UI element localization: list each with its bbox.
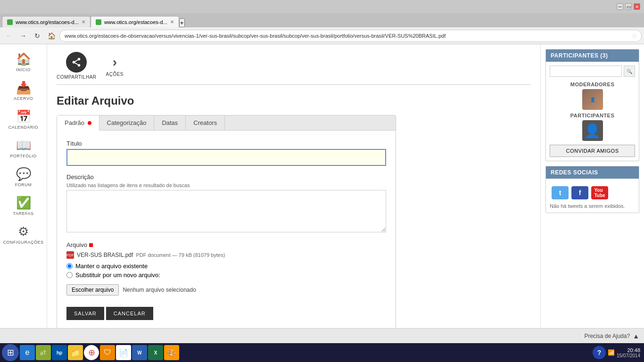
bookmark-star-icon[interactable]: ☆ <box>631 32 641 40</box>
share-icon <box>66 52 87 73</box>
forum-icon: 💬 <box>16 167 31 181</box>
descricao-textarea[interactable] <box>66 190 386 232</box>
tab-close-1[interactable]: ✕ <box>82 19 85 25</box>
sidebar-item-label-calendario: CALENDÁRIO <box>8 125 39 130</box>
radio-substituir-label: Substituir por um novo arquivo: <box>75 272 160 279</box>
ie-icon[interactable]: e <box>20 345 35 360</box>
radio-manter-input[interactable] <box>66 263 73 269</box>
tab-categorizacao[interactable]: Categorização <box>99 115 155 130</box>
svg-point-1 <box>73 61 75 64</box>
arquivo-required-icon <box>89 243 93 247</box>
sidebar-item-configuracoes[interactable]: ⚙ CONFIGURAÇÕES <box>2 221 45 248</box>
no-tweets-label: Não há tweets a serem exibidos. <box>550 203 635 209</box>
panel-search-btn[interactable]: 🔍 <box>624 66 635 77</box>
tab-creators-label: Creators <box>193 119 217 126</box>
taskbar-date: 15/07/2014 <box>617 353 640 358</box>
paint-icon[interactable]: 🎨 <box>164 345 179 360</box>
help-collapse-icon[interactable]: ▲ <box>633 332 639 340</box>
chevron-right-icon: › <box>113 55 117 70</box>
excel-icon[interactable]: X <box>148 345 163 360</box>
arquivo-file-info: PDF VER-SUS BRASIL.pdf PDF document — 79… <box>66 251 386 259</box>
titulo-input[interactable] <box>66 149 386 166</box>
tab-categorizacao-label: Categorização <box>107 119 147 126</box>
moderadores-title: MODERADORES <box>550 82 635 87</box>
help-bar: Precisa de Ajuda? ▲ <box>0 328 644 343</box>
convidar-amigos-btn[interactable]: CONVIDAR AMIGOS <box>550 145 635 157</box>
sidebar-item-portfolio[interactable]: 📖 PORTFÓLIO <box>2 134 45 162</box>
forward-btn[interactable]: → <box>17 30 29 42</box>
radio-manter-label: Manter o arquivo existente <box>75 263 148 270</box>
redes-sociais-section: REDES SOCIAIS t f YouTube Não há tweets … <box>545 166 639 213</box>
choose-file-btn[interactable]: Escolher arquivo <box>66 284 119 296</box>
sidebar-item-label-portfolio: PORTFÓLIO <box>10 154 36 158</box>
acervo-icon: 📥 <box>16 81 31 95</box>
social-icons: t f YouTube <box>552 186 633 199</box>
url-bar[interactable] <box>59 30 642 42</box>
taskbar: ⊞ e µT hp 📁 ⊕ 🛡 📄 W X 🎨 ? 📶 20:48 15/07/… <box>0 343 644 362</box>
hp-icon[interactable]: hp <box>52 345 67 360</box>
tabs-bar: www.otics.org/estacoes-d... ✕ www.otics.… <box>0 13 644 27</box>
nav-bar: ← → ↻ 🏠 ☆ <box>0 27 644 44</box>
radio-substituir-input[interactable] <box>66 272 73 278</box>
antivirus-icon[interactable]: 🛡 <box>100 345 115 360</box>
browser-tab-2[interactable]: www.otics.org/estacoes-d... ✕ <box>91 16 179 27</box>
compartilhar-label: COMPARTILHAR <box>57 74 97 80</box>
close-btn[interactable]: ✕ <box>634 3 640 10</box>
arquivo-meta: PDF document — 79 kB (81079 bytes) <box>136 252 225 258</box>
arquivo-label: Arquivo <box>66 241 386 248</box>
new-tab-btn[interactable]: + <box>179 18 185 27</box>
tarefas-icon: ✅ <box>16 196 31 210</box>
descricao-group: Descrição Utilizado nas listagens de ite… <box>66 173 386 234</box>
twitter-icon[interactable]: t <box>552 186 569 199</box>
person-icon: 👤 <box>584 123 601 139</box>
tab-padrao[interactable]: Padrão <box>57 115 99 131</box>
acoes-btn[interactable]: › AÇÕES <box>106 55 124 77</box>
participantes-body: 🔍 MODERADORES 👤 PARTICIPANTES 👤 CONVIDAR… <box>546 62 639 161</box>
folder-icon[interactable]: 📁 <box>68 345 83 360</box>
toolbar: COMPARTILHAR › AÇÕES <box>57 44 531 85</box>
word-icon[interactable]: W <box>132 345 147 360</box>
youtube-icon[interactable]: YouTube <box>591 186 608 199</box>
network-icon: 📶 <box>608 349 615 356</box>
radio-manter[interactable]: Manter o arquivo existente <box>66 263 386 270</box>
svg-point-2 <box>78 64 81 67</box>
titulo-label: Título <box>66 140 386 147</box>
sidebar-item-inicio[interactable]: 🏠 INÍCIO <box>2 48 45 76</box>
descricao-hint: Utilizado nas listagens de itens e resul… <box>66 182 386 188</box>
sidebar-item-calendario[interactable]: 📅 CALENDÁRIO <box>2 106 45 133</box>
tab-close-2[interactable]: ✕ <box>170 19 174 25</box>
page-title: Editar Arquivo <box>57 94 531 107</box>
back-btn[interactable]: ← <box>3 30 15 42</box>
browser-tab-1[interactable]: www.otics.org/estacoes-d... ✕ <box>2 16 91 27</box>
utorrent-icon[interactable]: µT <box>36 345 51 360</box>
taskbar-time: 20:48 <box>627 347 640 353</box>
acoes-label: AÇÕES <box>106 72 124 77</box>
descricao-label: Descrição <box>66 173 386 181</box>
tab-datas-label: Datas <box>162 119 178 126</box>
tab-creators[interactable]: Creators <box>186 115 225 130</box>
panel-search-input[interactable] <box>550 66 622 77</box>
pdf-icon: PDF <box>66 251 74 259</box>
sidebar-item-label-forum: FORUM <box>15 182 32 187</box>
taskbar-help-btn[interactable]: ? <box>593 346 606 359</box>
cancel-button[interactable]: CANCELAR <box>106 307 153 320</box>
sidebar-item-acervo[interactable]: 📥 ACERVO <box>2 77 45 105</box>
chrome-icon[interactable]: ⊕ <box>84 345 99 360</box>
titulo-group: Título <box>66 140 386 166</box>
facebook-icon[interactable]: f <box>571 186 588 199</box>
notepad-icon[interactable]: 📄 <box>116 345 131 360</box>
tab-datas[interactable]: Datas <box>154 115 186 130</box>
help-text: Precisa de Ajuda? <box>584 333 630 339</box>
sidebar-item-label-acervo: ACERVO <box>14 96 33 101</box>
sidebar-item-forum[interactable]: 💬 FORUM <box>2 163 45 191</box>
start-btn[interactable]: ⊞ <box>2 344 19 361</box>
compartilhar-btn[interactable]: COMPARTILHAR <box>57 52 97 80</box>
refresh-btn[interactable]: ↻ <box>31 30 43 42</box>
action-buttons: SALVAR CANCELAR <box>66 307 386 320</box>
save-button[interactable]: SALVAR <box>66 307 104 320</box>
minimize-btn[interactable]: ─ <box>617 3 623 10</box>
home-btn[interactable]: 🏠 <box>45 30 58 42</box>
radio-substituir[interactable]: Substituir por um novo arquivo: <box>66 272 386 279</box>
maximize-btn[interactable]: ▭ <box>625 3 632 10</box>
sidebar-item-tarefas[interactable]: ✅ TAREFAS <box>2 192 45 220</box>
